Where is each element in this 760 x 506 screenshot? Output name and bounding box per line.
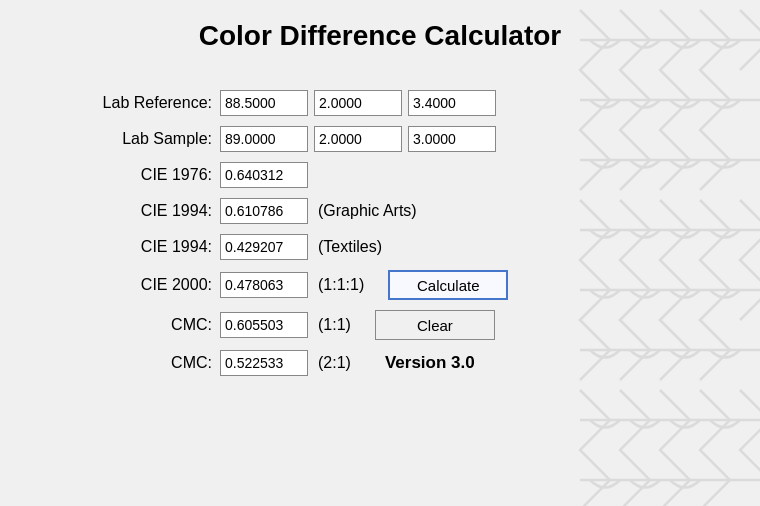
cmc21-suffix: (2:1) [318, 354, 351, 372]
lab-sample-label: Lab Sample: [40, 130, 220, 148]
cie1976-row [220, 162, 720, 188]
cie1994-ga-label: CIE 1994: [40, 202, 220, 220]
cmc11-value[interactable] [220, 312, 308, 338]
cmc21-row: (2:1) Version 3.0 [220, 350, 720, 376]
lab-sample-row [220, 126, 720, 152]
cie2000-row: (1:1:1) Calculate [220, 270, 720, 300]
calculate-button[interactable]: Calculate [388, 270, 508, 300]
lab-reference-b[interactable] [408, 90, 496, 116]
lab-reference-label: Lab Reference: [40, 94, 220, 112]
clear-button[interactable]: Clear [375, 310, 495, 340]
cie1994-t-label: CIE 1994: [40, 238, 220, 256]
cmc11-suffix: (1:1) [318, 316, 351, 334]
page-title: Color Difference Calculator [40, 20, 720, 62]
lab-sample-a[interactable] [314, 126, 402, 152]
lab-reference-a[interactable] [314, 90, 402, 116]
cie1994-t-row: (Textiles) [220, 234, 720, 260]
version-label: Version 3.0 [385, 353, 475, 373]
cie2000-suffix: (1:1:1) [318, 276, 364, 294]
cie1994-t-value[interactable] [220, 234, 308, 260]
cmc11-row: (1:1) Clear [220, 310, 720, 340]
cie2000-value[interactable] [220, 272, 308, 298]
lab-reference-l[interactable] [220, 90, 308, 116]
cie1994-ga-row: (Graphic Arts) [220, 198, 720, 224]
cie1976-value[interactable] [220, 162, 308, 188]
lab-reference-row [220, 90, 720, 116]
cie2000-label: CIE 2000: [40, 276, 220, 294]
cie1976-label: CIE 1976: [40, 166, 220, 184]
cmc11-label: CMC: [40, 316, 220, 334]
cmc21-value[interactable] [220, 350, 308, 376]
cie1994-ga-value[interactable] [220, 198, 308, 224]
lab-sample-l[interactable] [220, 126, 308, 152]
cie1994-t-suffix: (Textiles) [318, 238, 382, 256]
cie1994-ga-suffix: (Graphic Arts) [318, 202, 417, 220]
cmc21-label: CMC: [40, 354, 220, 372]
lab-sample-b[interactable] [408, 126, 496, 152]
